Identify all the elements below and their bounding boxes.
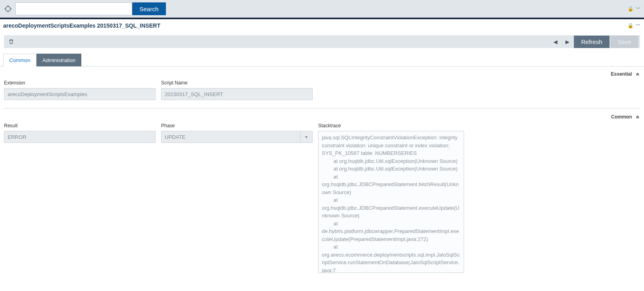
- section-common-title: Common: [611, 114, 632, 120]
- search-button[interactable]: Search: [132, 2, 166, 15]
- titlebar-right: 🔒 ︾: [628, 23, 641, 28]
- save-button: Save: [610, 36, 638, 48]
- content-area: Essential Extension Script Name Common R…: [0, 66, 644, 281]
- stacktrace-textarea[interactable]: java.sql.SQLIntegrityConstraintViolation…: [318, 131, 464, 273]
- page-title: arecoDeploymentScriptsExamples 20150317_…: [3, 22, 160, 29]
- delete-icon[interactable]: [6, 36, 17, 47]
- section-essential-header: Essential: [4, 70, 640, 78]
- collapse-essential-icon[interactable]: [635, 72, 640, 76]
- field-result: Result: [4, 123, 155, 273]
- next-arrow-icon[interactable]: ▶: [562, 36, 573, 47]
- search-input[interactable]: [15, 2, 132, 15]
- phase-label: Phase: [161, 123, 313, 128]
- lock-icon[interactable]: 🔒: [628, 6, 634, 12]
- tab-bar: Common Administration: [0, 48, 644, 66]
- result-input[interactable]: [4, 131, 155, 143]
- extension-label: Extension: [4, 80, 155, 86]
- topbar-left: Search: [3, 2, 166, 15]
- toolbar-left: [6, 36, 17, 47]
- lock-icon[interactable]: 🔒: [628, 23, 634, 28]
- collapse-common-icon[interactable]: [635, 114, 640, 119]
- field-stacktrace: Stacktrace java.sql.SQLIntegrityConstrai…: [318, 123, 466, 273]
- field-phase: Phase UPDATE ▼: [161, 123, 313, 273]
- svg-point-0: [6, 6, 10, 11]
- tab-common[interactable]: Common: [3, 54, 36, 66]
- prev-arrow-icon[interactable]: ◀: [550, 36, 561, 47]
- app-logo-icon[interactable]: [3, 4, 13, 14]
- title-bar: arecoDeploymentScriptsExamples 20150317_…: [0, 19, 644, 32]
- scriptname-label: Script Name: [161, 80, 313, 86]
- section-essential-title: Essential: [611, 71, 632, 77]
- topbar-right: 🔒 ︾: [628, 6, 641, 12]
- section-divider: [4, 108, 640, 108]
- toolbar-right: ◀ ▶ Refresh Save: [550, 36, 638, 48]
- field-scriptname: Script Name: [161, 80, 313, 100]
- chevron-down-icon[interactable]: ▼: [300, 131, 312, 142]
- refresh-button[interactable]: Refresh: [574, 36, 610, 48]
- result-label: Result: [4, 123, 155, 128]
- essential-row: Extension Script Name: [4, 78, 640, 100]
- expand-icon[interactable]: ︾: [636, 24, 641, 27]
- phase-select[interactable]: UPDATE ▼: [161, 131, 313, 143]
- phase-select-text: UPDATE: [162, 131, 300, 142]
- expand-icon[interactable]: ︾: [636, 8, 641, 10]
- top-search-bar: Search 🔒 ︾: [0, 0, 644, 18]
- section-common-header: Common: [4, 112, 640, 121]
- field-extension: Extension: [4, 80, 155, 100]
- action-toolbar: ◀ ▶ Refresh Save: [4, 35, 640, 48]
- tab-administration[interactable]: Administration: [36, 54, 81, 66]
- stacktrace-label: Stacktrace: [318, 123, 466, 128]
- scriptname-input[interactable]: [161, 88, 313, 100]
- extension-input[interactable]: [4, 88, 155, 100]
- common-row: Result Phase UPDATE ▼ Stacktrace java.sq…: [4, 121, 640, 273]
